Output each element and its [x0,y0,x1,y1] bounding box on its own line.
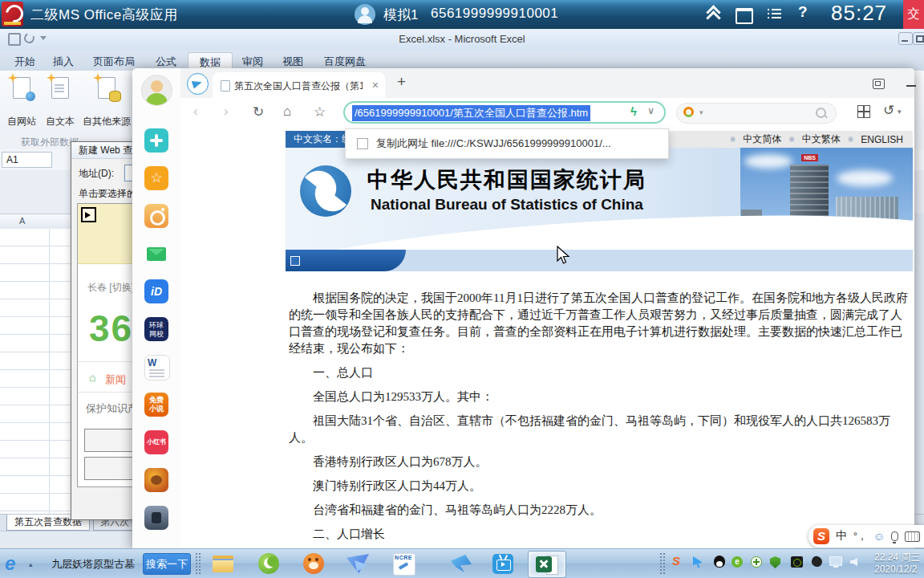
browser-minimize-button[interactable] [906,78,917,88]
from-other-sources-button[interactable]: 自其他来源 [80,74,133,132]
url-bar[interactable]: /6561999999910001/第五次全国人口普查公报.htm ϟ ∨ [343,101,666,124]
weibo-icon[interactable] [144,204,168,228]
page-language-nav: ※ 中文简体 ※ 中文繁体 ※ ENGLISH [643,131,913,148]
tab-close-icon[interactable]: × [372,79,379,92]
city-link[interactable]: 长春 [切换] [87,281,134,295]
collapse-icon[interactable] [707,7,720,20]
file-explorer-icon[interactable] [205,551,242,576]
search-engine-dropdown-icon[interactable]: ▾ [699,108,703,116]
mail-icon[interactable] [144,242,168,266]
help-icon[interactable]: ? [798,3,808,21]
reload-icon[interactable]: ↻ [253,104,264,120]
fetion-bird-icon[interactable] [443,551,480,576]
news-link[interactable]: 新闻 [105,372,126,387]
clock-date: 2020/12/2 [874,564,924,576]
url-dropdown-icon[interactable]: ∨ [647,105,654,116]
url-text-selected[interactable]: /6561999999910001/第五次全国人口普查公报.htm [352,105,590,121]
sparkle-icon [47,73,56,83]
cell-name-box[interactable]: A1 [2,152,52,168]
apps-grid-icon[interactable] [857,105,870,118]
ribbon-tab-home[interactable]: 开始 [6,52,43,71]
sparkle-icon [8,73,18,83]
taskbar-clock[interactable]: 22:24 周三 2020/12/2 [874,552,924,576]
360-browser-icon[interactable] [250,551,287,576]
video-player-icon[interactable] [484,551,521,576]
separator-icon: ※ [730,136,736,144]
sogou-tray-icon[interactable]: S [672,554,680,568]
suggestion-checkbox-icon[interactable] [357,138,368,149]
lang-english-link[interactable]: ENGLISH [861,134,903,145]
search-engine-logo-icon[interactable] [683,107,694,117]
copy-url-suggestion[interactable]: 复制此网址 file:///C:/KSWJJ/6561999999910001/… [376,136,611,151]
pointer-tray-icon[interactable] [693,556,703,568]
game-center-icon[interactable] [144,128,168,153]
task-list-icon[interactable] [767,8,781,20]
volume-tray-icon[interactable] [850,558,857,566]
window-switch-icon[interactable] [736,8,753,24]
taskbar-search-input[interactable]: 九层妖塔原型古墓 [51,557,135,572]
table-select-arrow-button[interactable] [81,207,96,222]
back-icon[interactable]: ‹ [193,104,198,120]
search-icon[interactable] [816,108,826,118]
from-web-button[interactable]: 自网站 [3,74,40,132]
lang-traditional-link[interactable]: 中文繁体 [802,132,841,146]
battle-game-icon[interactable] [144,506,168,530]
keyboard-icon[interactable] [905,531,920,542]
xiaohongshu-icon[interactable]: 小红书 [144,430,168,454]
new-tab-button[interactable]: + [397,73,406,91]
from-text-button[interactable]: 自文本 [42,74,79,132]
thunder-download-icon[interactable] [340,551,377,576]
game-app-icon[interactable] [144,468,168,492]
pet-tray-icon[interactable] [811,556,824,568]
game-client-icon[interactable] [295,551,332,576]
lightning-icon[interactable]: ϟ [630,104,637,118]
360-health-tray-icon[interactable] [751,556,762,568]
emoji-icon[interactable]: ☺ [873,530,885,543]
restore-tabs-dropdown-icon[interactable]: ▾ [898,108,902,116]
excel-taskbar-button[interactable] [528,551,566,578]
id-app-icon[interactable]: iD [144,279,168,303]
qq-tray-icon[interactable] [714,556,725,568]
page-icon [13,77,30,99]
browser-logo-icon[interactable] [187,73,209,95]
paragraph: 根据国务院的决定，我国于2000年11月1日进行了第五次全国人口普查的登记工作。… [289,290,913,357]
submit-exam-button[interactable]: 交 [903,0,924,29]
restore-tabs-icon[interactable]: ↺ [883,102,894,119]
ime-punctuation-mode[interactable]: °， [853,530,867,543]
excel-titlebar[interactable]: Excel.xlsx - Microsoft Excel [0,29,924,50]
search-box[interactable]: ▾ [676,103,837,124]
network-tray-icon[interactable] [829,556,842,566]
microphone-icon[interactable] [891,531,898,541]
tray-grip[interactable] [659,552,665,576]
word-doc-icon[interactable]: W [144,355,170,381]
taskbar-grip[interactable] [195,552,201,576]
search-dropdown-icon[interactable]: ▴ [29,560,33,568]
active-tab[interactable]: 第五次全国人口普查公报（第1号 × [213,72,385,98]
online-school-icon[interactable]: 环球 网校 [144,317,168,341]
excel-minimize-button[interactable] [898,32,913,45]
separator-icon: ※ [848,136,854,144]
forward-icon[interactable]: › [224,104,229,120]
favorites-star-icon[interactable]: ☆ [144,166,168,190]
sogou-logo-icon[interactable]: S [813,528,829,544]
bookmark-star-icon[interactable]: ☆ [314,104,326,120]
ribbon-tab-insert[interactable]: 插入 [45,52,82,71]
nvidia-tray-icon[interactable] [791,556,803,568]
search-go-button[interactable]: 搜索一下 [143,553,191,575]
free-novel-icon[interactable]: 免费 小说 [144,393,168,417]
lang-simplified-link[interactable]: 中文简体 [743,132,781,146]
avatar[interactable] [141,75,172,106]
exam-logo [2,2,23,26]
home-icon[interactable]: ⌂ [283,104,291,120]
nbs-sign: NBS [801,154,818,161]
360-tray-icon[interactable]: e [732,556,743,568]
paragraph: 全国总人口为129533万人。其中： [289,389,913,405]
shield-tray-icon[interactable] [770,556,780,568]
divider-swoosh-shape [286,250,406,271]
ie-icon[interactable]: e [5,552,15,575]
excel-maximize-button[interactable] [913,32,924,45]
ncre-exam-icon[interactable]: NCRE [385,551,422,576]
tab-stack-icon[interactable] [873,79,885,89]
ime-chinese-mode[interactable]: 中 [836,529,847,543]
column-header-a[interactable]: A [19,216,25,226]
